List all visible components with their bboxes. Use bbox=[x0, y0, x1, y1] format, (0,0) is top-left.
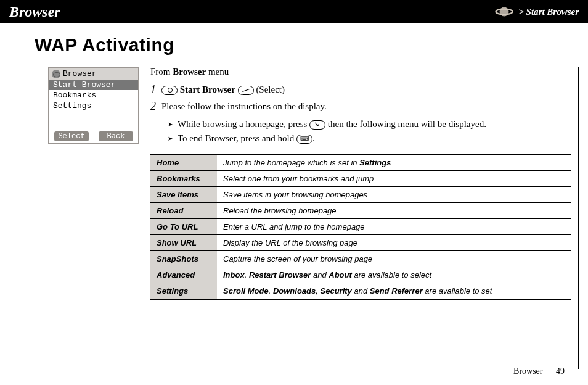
globe-icon bbox=[52, 70, 60, 78]
step-number: 2 bbox=[150, 100, 161, 113]
softkey-back: Back bbox=[99, 131, 133, 141]
opt-desc: Select one from your bookmarks and jump bbox=[217, 170, 571, 186]
phone-item-settings: Settings bbox=[49, 101, 138, 111]
step-body: Please follow the instructions on the di… bbox=[161, 100, 571, 112]
menu-key-icon bbox=[309, 120, 325, 130]
opt-label: Show URL bbox=[150, 234, 217, 250]
opt-desc: Scroll Mode, Downloads, Security and Sen… bbox=[217, 283, 571, 299]
table-row: Bookmarks Select one from your bookmarks… bbox=[150, 170, 571, 186]
opt-desc: Display the URL of the browsing page bbox=[217, 234, 571, 250]
footer-section: Browser bbox=[513, 366, 542, 376]
softkey-select: Select bbox=[54, 131, 89, 141]
table-row: SnapShots Capture the screen of your bro… bbox=[150, 250, 571, 267]
end-key-icon bbox=[296, 135, 312, 144]
planet-icon bbox=[495, 4, 513, 19]
bullet-item: While browsing a homepage, press then th… bbox=[168, 118, 571, 130]
softkey-icon bbox=[238, 86, 254, 95]
breadcrumb-text: > Start Browser bbox=[518, 7, 579, 17]
table-row: Reload Reload the browsing homepage bbox=[150, 202, 571, 218]
phone-softkeys: Select Back bbox=[49, 130, 138, 143]
opt-label: SnapShots bbox=[150, 250, 217, 267]
opt-label: Advanced bbox=[150, 267, 217, 283]
step-1: 1 Start Browser (Select) bbox=[150, 83, 571, 96]
step-body: Start Browser (Select) bbox=[161, 83, 571, 96]
joystick-icon bbox=[161, 86, 178, 95]
intro-line: From Browser menu bbox=[150, 67, 571, 77]
header-title: Browser bbox=[9, 4, 495, 20]
page-number: 49 bbox=[556, 366, 565, 376]
table-row: Settings Scroll Mode, Downloads, Securit… bbox=[150, 283, 571, 299]
step-number: 1 bbox=[150, 83, 161, 96]
opt-label: Save Items bbox=[150, 186, 217, 202]
phone-titlebar: Browser bbox=[49, 68, 138, 80]
page-title: WAP Activating bbox=[35, 35, 588, 56]
page-footer: Browser 49 bbox=[513, 366, 565, 376]
opt-label: Settings bbox=[150, 283, 217, 299]
opt-desc: Jump to the homepage which is set in Set… bbox=[217, 154, 571, 171]
phone-item-start-browser: Start Browser bbox=[49, 80, 138, 90]
bullet-item: To end Browser, press and hold . bbox=[168, 132, 571, 144]
opt-label: Reload bbox=[150, 202, 217, 218]
opt-label: Go To URL bbox=[150, 218, 217, 234]
table-row: Home Jump to the homepage which is set i… bbox=[150, 154, 571, 171]
phone-title: Browser bbox=[63, 69, 97, 78]
breadcrumb: > Start Browser bbox=[495, 4, 579, 19]
opt-desc: Inbox, Restart Browser and About are ava… bbox=[217, 267, 571, 283]
step-2: 2 Please follow the instructions on the … bbox=[150, 100, 571, 113]
content-area: Browser Start Browser Bookmarks Settings… bbox=[0, 67, 588, 369]
options-table: Home Jump to the homepage which is set i… bbox=[150, 154, 571, 300]
page-header: Browser > Start Browser bbox=[0, 0, 588, 23]
phone-item-bookmarks: Bookmarks bbox=[49, 90, 138, 101]
phone-menu: Start Browser Bookmarks Settings bbox=[49, 80, 138, 111]
phone-mockup: Browser Start Browser Bookmarks Settings… bbox=[48, 67, 139, 144]
opt-desc: Enter a URL and jump to the homepage bbox=[217, 218, 571, 234]
opt-label: Bookmarks bbox=[150, 170, 217, 186]
table-row: Save Items Save items in your browsing h… bbox=[150, 186, 571, 202]
instructions: From Browser menu 1 Start Browser (Selec… bbox=[150, 67, 579, 369]
opt-label: Home bbox=[150, 154, 217, 171]
table-row: Show URL Display the URL of the browsing… bbox=[150, 234, 571, 250]
opt-desc: Save items in your browsing homepages bbox=[217, 186, 571, 202]
sub-bullets: While browsing a homepage, press then th… bbox=[168, 118, 571, 145]
opt-desc: Capture the screen of your browsing page bbox=[217, 250, 571, 267]
table-row: Advanced Inbox, Restart Browser and Abou… bbox=[150, 267, 571, 283]
opt-desc: Reload the browsing homepage bbox=[217, 202, 571, 218]
table-row: Go To URL Enter a URL and jump to the ho… bbox=[150, 218, 571, 234]
